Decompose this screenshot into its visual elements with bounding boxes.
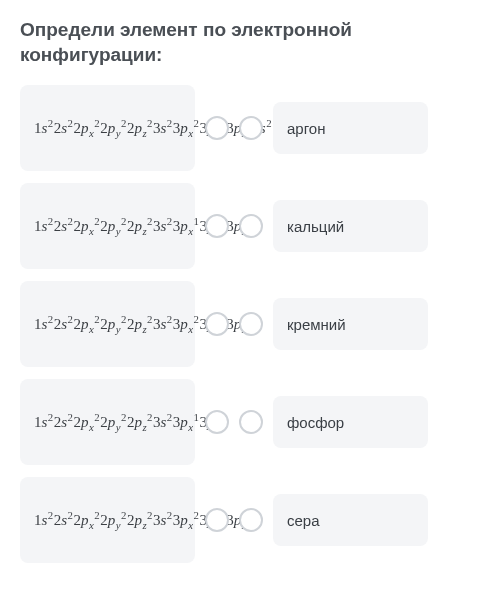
element-card[interactable]: фосфор [273, 396, 428, 448]
right-radio[interactable] [239, 214, 263, 238]
question-title: Определи элемент по электронной конфигур… [20, 18, 480, 67]
match-row: 1s22s22px22py22pz23s23px13py1фосфор [20, 379, 480, 465]
element-card[interactable]: аргон [273, 102, 428, 154]
element-label: фосфор [287, 414, 344, 431]
config-card[interactable]: 1s22s22px22py22pz23s23px13py1 [20, 379, 195, 465]
matching-rows: 1s22s22px22py22pz23s23px23py23pz24s2арго… [20, 85, 480, 563]
config-card[interactable]: 1s22s22px22py22pz23s23px13py13pz1 [20, 183, 195, 269]
element-card[interactable]: сера [273, 494, 428, 546]
match-row: 1s22s22px22py22pz23s23px23py23pz24s2арго… [20, 85, 480, 171]
element-label: кремний [287, 316, 346, 333]
right-radio[interactable] [239, 508, 263, 532]
right-radio[interactable] [239, 312, 263, 336]
config-card[interactable]: 1s22s22px22py22pz23s23px23py23pz24s2 [20, 85, 195, 171]
element-label: сера [287, 512, 320, 529]
element-card[interactable]: кальций [273, 200, 428, 252]
match-row: 1s22s22px22py22pz23s23px13py13pz1кальций [20, 183, 480, 269]
element-label: кальций [287, 218, 344, 235]
config-card[interactable]: 1s22s22px22py22pz23s23px23py13pz1 [20, 281, 195, 367]
right-radio[interactable] [239, 410, 263, 434]
element-card[interactable]: кремний [273, 298, 428, 350]
electron-config: 1s22s22px22py22pz23s23px13py1 [34, 408, 226, 437]
match-row: 1s22s22px22py22pz23s23px23py13pz1кремний [20, 281, 480, 367]
electron-config: 1s22s22px22py22pz23s23px23py23pz24s2 [34, 114, 272, 143]
element-label: аргон [287, 120, 325, 137]
match-row: 1s22s22px22py22pz23s23px23py23pz2сера [20, 477, 480, 563]
config-card[interactable]: 1s22s22px22py22pz23s23px23py23pz2 [20, 477, 195, 563]
